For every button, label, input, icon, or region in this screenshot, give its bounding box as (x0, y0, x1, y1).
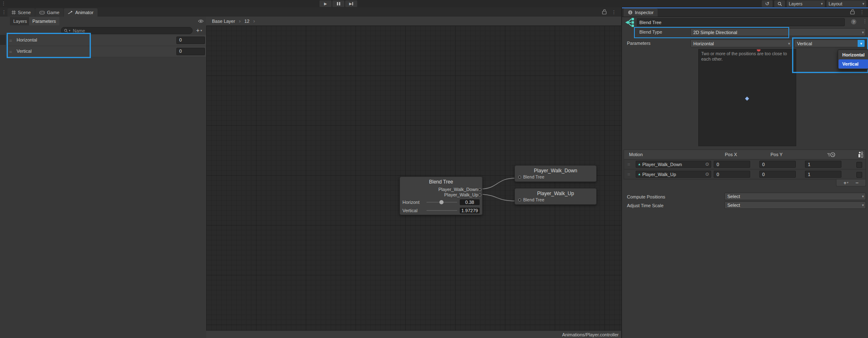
unlock-icon[interactable] (850, 9, 855, 15)
toolbar-menu-icon[interactable]: ⋮ (1, 1, 6, 5)
pause-button[interactable] (332, 0, 344, 7)
blend-type-dropdown[interactable]: 2D Simple Directional ▾ (690, 28, 866, 36)
play-button[interactable]: ▶ (319, 0, 332, 7)
layers-view-tab-label: Layers (13, 19, 27, 24)
slider-value-field[interactable]: 1.97279 (460, 208, 480, 213)
parameters-view-tab[interactable]: Parameters (29, 17, 59, 25)
layout-dropdown[interactable]: Layout ▾ (827, 0, 866, 7)
play-icon: ▶ (324, 2, 327, 6)
context-menu-icon[interactable]: ⋮ (863, 19, 867, 23)
chevron-down-icon: ▾ (847, 181, 848, 184)
parameter-row-vertical[interactable]: = Vertical 0 (6, 46, 206, 57)
motion-node-player-walk-up[interactable]: Player_Walk_Up Blend Tree (514, 188, 597, 205)
tab-animator[interactable]: Animator (64, 8, 98, 17)
breadcrumb-blend-tree[interactable]: 12 (244, 19, 249, 24)
parameter-value-field[interactable]: 0 (176, 48, 205, 55)
motion-clip-name: Player_Walk_Down (642, 162, 682, 167)
compute-positions-dropdown[interactable]: Select ▾ (724, 193, 866, 200)
panel-menu-icon[interactable]: ⋮ (612, 10, 616, 14)
step-icon: ▶ (349, 2, 354, 6)
node-input-label: Blend Tree (523, 197, 544, 202)
node-output-label: Player_Walk_Up (444, 192, 478, 197)
pos-y-field[interactable]: 0 (759, 171, 796, 178)
parameter-x-value: Horizontal (693, 41, 714, 46)
output-port[interactable] (478, 193, 481, 196)
parameter-dropdown-popup: Horizontal Vertical (838, 49, 868, 69)
pos-y-field[interactable]: 0 (759, 161, 796, 168)
slider-track[interactable] (427, 210, 457, 211)
help-icon[interactable]: ? (851, 19, 856, 24)
inspector-window: Inspector ⋮ Blend Tree ? ⋮ Blend Type 2D… (622, 7, 868, 338)
input-port[interactable] (518, 198, 521, 201)
pane-handle-icon[interactable]: ⋮ (2, 10, 6, 14)
motion-object-field[interactable]: ▲ Player_Walk_Up ⊙ (636, 171, 711, 178)
gamepad-icon (39, 11, 45, 15)
chevron-down-icon: ▾ (862, 203, 864, 207)
parameter-name: Horizontal (17, 37, 37, 42)
mirror-column-icon (858, 152, 863, 158)
blend-position-diamond[interactable] (745, 97, 749, 101)
search-input[interactable] (72, 28, 190, 34)
slider-value-field[interactable]: 0.38 (460, 199, 480, 205)
step-button[interactable]: ▶ (345, 0, 357, 7)
undo-history-button[interactable]: ↺ (762, 0, 773, 7)
adjust-time-scale-dropdown[interactable]: Select ▾ (724, 201, 866, 209)
drag-handle-icon[interactable]: = (9, 38, 12, 44)
chevron-down-icon: ▾ (862, 2, 864, 6)
drag-handle-icon[interactable]: = (627, 162, 630, 167)
blend-slider-vertical: Vertical 1.97279 (402, 207, 480, 214)
motion-column-header: Motion (629, 152, 643, 157)
motion-row-player-walk-up[interactable]: = ▲ Player_Walk_Up ⊙ 0 0 1 (624, 169, 866, 179)
tab-inspector[interactable]: Inspector (624, 8, 658, 17)
add-parameter-button[interactable]: + ▾ (196, 27, 202, 34)
pos-x-field[interactable]: 0 (714, 161, 750, 168)
tab-scene[interactable]: Scene (7, 8, 35, 17)
search-icon (64, 29, 68, 33)
blend-tree-name-field[interactable]: Blend Tree (637, 18, 845, 26)
blend-tree-node[interactable]: Blend Tree Player_Walk_Down Player_Walk_… (400, 176, 483, 215)
drag-handle-icon[interactable]: = (627, 171, 630, 177)
node-output-label: Player_Walk_Down (438, 187, 478, 192)
motion-node-player-walk-down[interactable]: Player_Walk_Down Blend Tree (514, 165, 597, 182)
remove-motion-button[interactable]: − (856, 180, 859, 186)
parameter-value-field[interactable]: 0 (176, 37, 205, 44)
parameter-y-value: Vertical (797, 41, 812, 46)
layers-dropdown[interactable]: Layers ▾ (787, 0, 825, 7)
pos-y-column-header: Pos Y (770, 152, 783, 157)
eye-icon[interactable] (198, 19, 204, 23)
speed-field[interactable]: 1 (805, 161, 841, 168)
add-motion-button[interactable]: + ▾ (844, 180, 848, 186)
animator-icon (68, 11, 73, 15)
motion-row-player-walk-down[interactable]: = ▲ Player_Walk_Down ⊙ 0 0 1 (624, 159, 866, 169)
parameter-row-horizontal[interactable]: = Horizontal 0 (6, 35, 206, 46)
speed-field[interactable]: 1 (805, 171, 841, 178)
chevron-down-icon[interactable]: ▾ (858, 40, 865, 47)
mirror-checkbox[interactable] (856, 162, 862, 168)
dropdown-option-horizontal[interactable]: Horizontal (839, 50, 868, 59)
motion-object-field[interactable]: ▲ Player_Walk_Down ⊙ (636, 161, 711, 168)
object-picker-icon[interactable]: ⊙ (705, 162, 709, 167)
graph-canvas[interactable]: Blend Tree Player_Walk_Down Player_Walk_… (206, 26, 621, 338)
dropdown-option-vertical[interactable]: Vertical (839, 59, 868, 69)
panel-menu-icon[interactable]: ⋮ (860, 10, 864, 14)
unlock-icon[interactable] (602, 9, 607, 15)
output-port[interactable] (478, 188, 481, 191)
search-button[interactable] (774, 0, 785, 7)
drag-handle-icon[interactable]: = (9, 49, 12, 55)
input-port[interactable] (518, 176, 521, 179)
tab-game[interactable]: Game (35, 8, 63, 17)
chevron-down-icon: ▾ (862, 30, 864, 34)
parameter-search-field[interactable]: ▾ (61, 27, 193, 34)
object-picker-icon[interactable]: ⊙ (705, 171, 709, 177)
tab-animator-label: Animator (75, 10, 93, 15)
layers-view-tab[interactable]: Layers (10, 17, 30, 25)
mirror-checkbox[interactable] (856, 172, 862, 178)
slider-track[interactable] (427, 202, 457, 203)
breadcrumb-base-layer[interactable]: Base Layer (212, 19, 235, 24)
pos-x-field[interactable]: 0 (714, 171, 750, 178)
slider-knob[interactable] (439, 200, 444, 204)
blend-space-preview[interactable]: Two or more of the positions are too clo… (698, 49, 796, 146)
parameter-y-dropdown[interactable]: Vertical ▾ (794, 39, 865, 47)
parameters-label: Parameters (627, 41, 651, 46)
parameter-x-dropdown[interactable]: Horizontal ▾ (690, 39, 792, 47)
